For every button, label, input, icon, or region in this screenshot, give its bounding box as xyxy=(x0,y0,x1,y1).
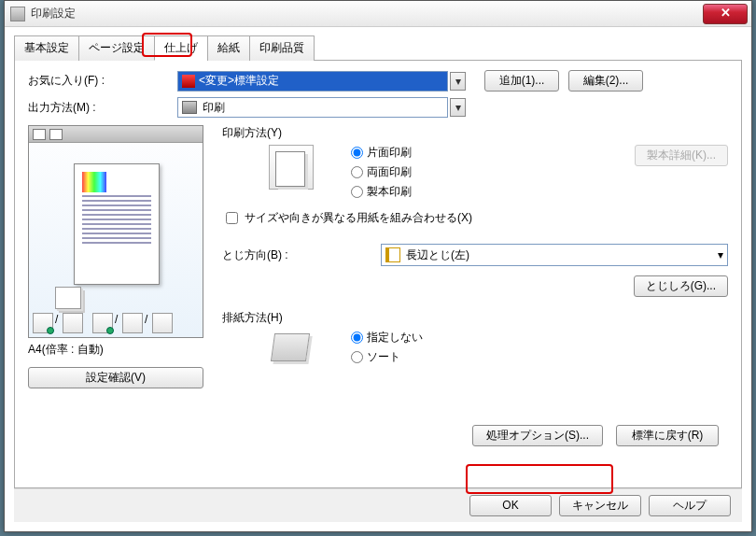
dialog-button-bar: OK キャンセル ヘルプ xyxy=(14,488,742,522)
combine-sizes-checkbox[interactable] xyxy=(226,212,238,224)
pencil-icon xyxy=(182,75,195,88)
chevron-down-icon: ▾ xyxy=(718,248,723,261)
tab-page[interactable]: ページ設定 xyxy=(78,35,155,61)
print-method-icon xyxy=(269,145,314,190)
eject-icon xyxy=(269,330,314,367)
radio-single-side-label: 片面印刷 xyxy=(367,145,412,161)
eject-label: 排紙方法(H) xyxy=(222,310,728,326)
output-value: 印刷 xyxy=(203,100,225,116)
favorite-dropdown-arrow[interactable]: ▾ xyxy=(450,72,466,91)
layout-tool-2[interactable] xyxy=(63,313,83,333)
booklet-detail-button: 製本詳細(K)... xyxy=(635,145,728,166)
radio-eject-sort[interactable] xyxy=(351,351,363,363)
gutter-button[interactable]: とじしろ(G)... xyxy=(634,275,728,297)
window-title: 印刷設定 xyxy=(31,6,703,21)
tab-basic[interactable]: 基本設定 xyxy=(14,35,79,61)
binding-label: とじ方向(B) : xyxy=(222,247,371,263)
tab-paper-source[interactable]: 給紙 xyxy=(207,35,250,61)
restore-defaults-button[interactable]: 標準に戻す(R) xyxy=(616,425,719,446)
favorite-combo[interactable]: <変更>標準設定 xyxy=(177,71,448,92)
favorite-add-button[interactable]: 追加(1)... xyxy=(484,70,559,92)
radio-eject-none[interactable] xyxy=(351,331,363,344)
tab-bar: 基本設定 ページ設定 仕上げ 給紙 印刷品質 xyxy=(14,35,742,61)
print-method-label: 印刷方法(Y) xyxy=(222,125,728,141)
tab-quality[interactable]: 印刷品質 xyxy=(249,35,315,61)
radio-eject-sort-label: ソート xyxy=(367,349,400,365)
preview-mode-icon-2[interactable] xyxy=(49,129,63,140)
favorite-value: <変更>標準設定 xyxy=(199,73,279,89)
binding-icon xyxy=(385,247,400,262)
print-settings-dialog: 印刷設定 ✕ 基本設定 ページ設定 仕上げ 給紙 印刷品質 お気に入り(F) :… xyxy=(4,0,752,532)
combine-sizes-label: サイズや向きが異なる用紙を組み合わせる(X) xyxy=(245,210,472,226)
radio-double-side[interactable] xyxy=(351,166,363,178)
favorite-label: お気に入り(F) : xyxy=(28,73,177,89)
layout-tool-4[interactable] xyxy=(122,313,143,333)
radio-eject-none-label: 指定しない xyxy=(367,330,423,346)
close-button[interactable]: ✕ xyxy=(703,4,748,24)
ok-button[interactable]: OK xyxy=(469,495,552,516)
output-label: 出力方法(M) : xyxy=(28,100,177,116)
layout-tool-3[interactable] xyxy=(92,313,113,333)
layout-tool-1[interactable] xyxy=(33,313,53,333)
output-combo[interactable]: 印刷 xyxy=(177,97,448,118)
output-dropdown-arrow[interactable]: ▾ xyxy=(450,98,466,117)
binding-value: 長辺とじ(左) xyxy=(406,247,469,263)
radio-booklet[interactable] xyxy=(351,186,363,198)
color-swatch-icon xyxy=(82,172,106,192)
preview-mode-icon-1[interactable] xyxy=(33,129,46,140)
page-stack-icon xyxy=(55,287,81,309)
binding-combo[interactable]: 長辺とじ(左) ▾ xyxy=(381,244,728,266)
radio-booklet-label: 製本印刷 xyxy=(367,184,412,200)
tab-finishing[interactable]: 仕上げ xyxy=(154,35,208,61)
titlebar: 印刷設定 ✕ xyxy=(5,1,751,27)
processing-options-button[interactable]: 処理オプション(S)... xyxy=(472,425,603,446)
radio-double-side-label: 両面印刷 xyxy=(367,164,412,180)
page-thumbnail xyxy=(74,163,160,285)
tab-content: お気に入り(F) : <変更>標準設定 ▾ 追加(1)... 編集(2)... … xyxy=(14,61,742,488)
favorite-edit-button[interactable]: 編集(2)... xyxy=(568,70,643,92)
radio-single-side[interactable] xyxy=(351,147,363,159)
confirm-settings-button[interactable]: 設定確認(V) xyxy=(28,367,203,388)
preview-caption: A4(倍率 : 自動) xyxy=(28,342,207,358)
printer-app-icon xyxy=(10,7,25,21)
cancel-button[interactable]: キャンセル xyxy=(559,495,641,516)
preview-box: / / / xyxy=(28,125,203,338)
layout-tool-5[interactable] xyxy=(152,313,173,333)
help-button[interactable]: ヘルプ xyxy=(649,495,731,516)
printer-icon xyxy=(182,101,197,114)
